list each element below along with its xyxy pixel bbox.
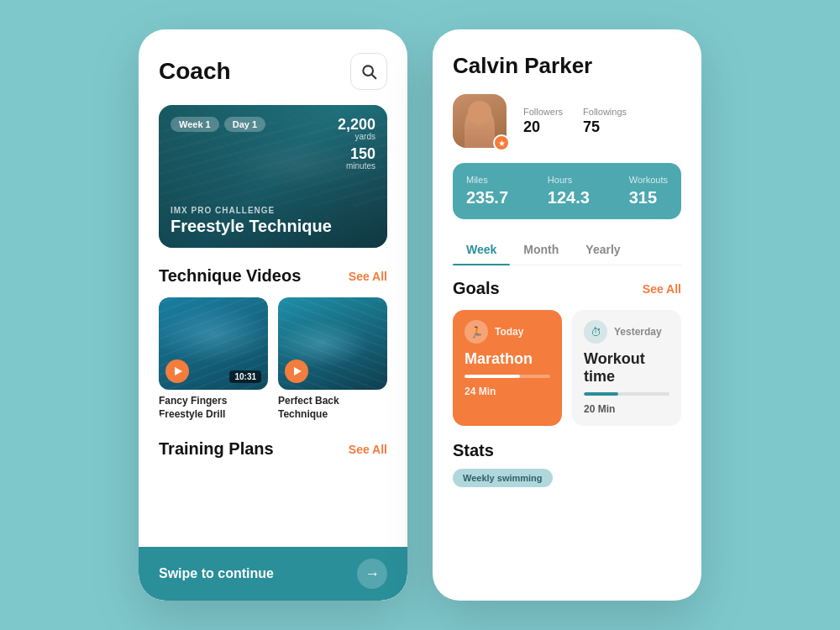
right-phone-card: Calvin Parker ★ Followers 20 Followings …: [433, 29, 701, 601]
avatar-badge: ★: [493, 134, 510, 151]
swipe-arrow-icon: →: [357, 559, 387, 589]
training-plans-title: Training Plans: [159, 439, 274, 459]
workouts-value: 315: [629, 188, 668, 207]
hours-value: 124.3: [548, 188, 590, 207]
yesterday-goal-top: ⏱ Yesterday: [584, 320, 669, 344]
day-tag: Day 1: [224, 117, 265, 132]
hero-banner: Week 1 Day 1 2,200 yards 150 minutes IMX…: [159, 105, 387, 248]
technique-videos-see-all[interactable]: See All: [349, 270, 387, 283]
goals-see-all[interactable]: See All: [643, 282, 681, 296]
miles-label: Miles: [466, 175, 508, 185]
today-goal-top: 🏃 Today: [465, 320, 550, 344]
hero-stat1-value: 2,200: [338, 117, 375, 132]
followings-label: Followings: [583, 107, 627, 117]
coach-title: Coach: [159, 58, 231, 85]
miles-stat: Miles 235.7: [466, 175, 508, 207]
coach-header: Coach: [159, 53, 387, 90]
miles-value: 235.7: [466, 188, 508, 207]
today-day-label: Today: [495, 326, 523, 338]
hero-tags: Week 1 Day 1: [171, 117, 265, 132]
yesterday-goal-name: Workout time: [584, 350, 669, 386]
swipe-label: Swipe to continue: [159, 566, 274, 581]
yesterday-day-label: Yesterday: [614, 326, 662, 338]
play-button-2[interactable]: [285, 360, 308, 383]
search-icon: [360, 63, 377, 80]
technique-videos-header: Technique Videos See All: [159, 266, 387, 286]
followers-value: 20: [523, 118, 563, 136]
play-button-1[interactable]: [165, 360, 189, 383]
videos-row: 10:31 Fancy Fingers Freestyle Drill Perf…: [159, 297, 387, 421]
video-thumb-2: [278, 297, 387, 390]
goals-row: 🏃 Today Marathon 24 Min ⏱ Yesterday Wo: [453, 310, 681, 426]
left-phone-card: Coach Week 1 Day 1 2,200: [139, 29, 407, 601]
today-goal-icon: 🏃: [465, 320, 488, 344]
yesterday-goal-card: ⏱ Yesterday Workout time 20 Min: [572, 310, 681, 426]
training-plans-section: Training Plans See All: [159, 439, 387, 472]
svg-point-0: [363, 66, 373, 76]
hero-stat2-label: minutes: [338, 161, 375, 171]
followings-stat: Followings 75: [583, 107, 627, 136]
hours-stat: Hours 124.3: [548, 175, 590, 207]
weekly-swimming-badge: Weekly swimming: [453, 469, 553, 487]
profile-stats: Followers 20 Followings 75: [523, 107, 627, 136]
hero-subtitle: IMX PRO CHALLENGE: [171, 206, 332, 215]
video-label-1: Fancy Fingers Freestyle Drill: [159, 395, 268, 421]
today-goal-name: Marathon: [465, 350, 550, 368]
goals-header: Goals See All: [453, 279, 681, 298]
right-content: Calvin Parker ★ Followers 20 Followings …: [433, 29, 701, 601]
yesterday-progress-bar: [584, 392, 669, 396]
hero-stats: 2,200 yards 150 minutes: [338, 117, 375, 176]
hero-main-title: Freestyle Technique: [171, 217, 332, 236]
today-goal-card: 🏃 Today Marathon 24 Min: [453, 310, 562, 426]
svg-line-1: [372, 75, 375, 78]
video-card-2[interactable]: Perfect Back Technique: [278, 297, 387, 421]
technique-videos-title: Technique Videos: [159, 266, 301, 286]
profile-title: Calvin Parker: [453, 53, 681, 79]
today-goal-min: 24 Min: [465, 386, 496, 397]
yesterday-goal-icon: ⏱: [584, 320, 607, 344]
tab-month[interactable]: Month: [510, 234, 572, 265]
hero-stat2-value: 150: [338, 146, 375, 161]
video-thumb-1: 10:31: [159, 297, 268, 390]
tabs-row: Week Month Yearly: [453, 234, 681, 265]
yesterday-goal-min: 20 Min: [584, 403, 615, 415]
stats-banner: Miles 235.7 Hours 124.3 Workouts 315: [453, 163, 681, 219]
avatar-wrap: ★: [453, 94, 507, 148]
today-progress-fill: [465, 375, 520, 378]
followers-stat: Followers 20: [523, 107, 563, 136]
search-button[interactable]: [350, 53, 387, 90]
tab-week[interactable]: Week: [453, 234, 510, 265]
tab-yearly[interactable]: Yearly: [572, 234, 633, 265]
today-progress-bar: [465, 375, 550, 378]
hero-bottom: IMX PRO CHALLENGE Freestyle Technique: [171, 206, 332, 236]
video-card-1[interactable]: 10:31 Fancy Fingers Freestyle Drill: [159, 297, 268, 421]
swipe-bar[interactable]: Swipe to continue →: [139, 547, 407, 601]
video-duration-1: 10:31: [229, 370, 261, 383]
week-tag: Week 1: [171, 117, 219, 132]
workouts-stat: Workouts 315: [629, 175, 668, 207]
followings-value: 75: [583, 118, 627, 136]
workouts-label: Workouts: [629, 175, 668, 185]
hero-stat1-label: yards: [338, 132, 375, 141]
screens-container: Coach Week 1 Day 1 2,200: [122, 0, 718, 630]
stats-section-title: Stats: [453, 441, 681, 460]
video-label-2: Perfect Back Technique: [278, 395, 387, 421]
left-content: Coach Week 1 Day 1 2,200: [139, 29, 407, 547]
goals-title: Goals: [453, 279, 500, 298]
training-plans-see-all[interactable]: See All: [349, 443, 387, 456]
yesterday-progress-fill: [584, 392, 618, 396]
hours-label: Hours: [548, 175, 590, 185]
profile-row: ★ Followers 20 Followings 75: [453, 94, 681, 148]
followers-label: Followers: [523, 107, 563, 117]
